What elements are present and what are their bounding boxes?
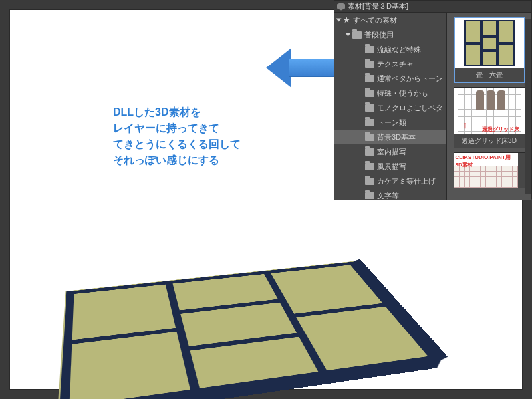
- tree-item[interactable]: 通常ベタからトーン: [334, 71, 446, 86]
- tatami-thumb-icon: [466, 21, 513, 65]
- tree-label: カケアミ等仕上げ: [377, 176, 436, 186]
- tree-label: 文字等: [377, 191, 399, 201]
- tree-group[interactable]: 普段使用: [334, 27, 446, 42]
- tree-item-selected[interactable]: 背景3D基本: [334, 130, 446, 144]
- folder-icon: [352, 31, 362, 39]
- tree-label: 通常ベタからトーン: [377, 74, 443, 84]
- star-icon: ★: [343, 15, 350, 25]
- tree-item[interactable]: カケアミ等仕上げ: [334, 174, 446, 188]
- material-thumb-tatami[interactable]: 畳 六畳: [454, 17, 525, 83]
- tree-label: 普段使用: [364, 30, 394, 40]
- folder-icon: [365, 178, 374, 185]
- material-thumb-csp[interactable]: CLIP.STUDIO.PAINT用 3D素材: [454, 152, 525, 188]
- tree-item[interactable]: 特殊・使うかも: [334, 86, 446, 100]
- tree-item[interactable]: トーン類: [334, 115, 446, 130]
- tree-label: 背景3D基本: [377, 132, 416, 142]
- folder-icon: [365, 61, 374, 68]
- expand-icon: [336, 19, 342, 22]
- folder-icon: [365, 90, 374, 97]
- folder-icon: [365, 148, 374, 156]
- folder-icon: [365, 192, 374, 200]
- tree-label: モノクロよごしベタ: [377, 103, 443, 113]
- thumbnail-column: 畳 六畳 ↑ 透過グリッド床 透過グリッド床3D CLIP.STUDIO.PAI…: [446, 13, 531, 200]
- tree-item[interactable]: 流線など特殊: [334, 42, 446, 57]
- material-tree: ★ すべての素材 普段使用 流線など特殊 テクスチャ 通常ベタからトーン 特殊・…: [334, 13, 446, 200]
- gridfloor-thumb-icon: ↑ 透過グリッド床: [458, 88, 521, 134]
- folder-icon: [365, 75, 374, 82]
- folder-icon: [365, 104, 374, 112]
- panel-title: 素材[背景３D基本]: [348, 1, 408, 11]
- instruction-annotation: DLLした3D素材を レイヤーに持ってきて てきとうにくるくる回して それっぽい…: [113, 104, 241, 168]
- tree-item[interactable]: 風景描写: [334, 159, 446, 174]
- tree-item[interactable]: テクスチャ: [334, 57, 446, 71]
- tree-label: 風景描写: [377, 162, 406, 172]
- thumbnail-scrollbar[interactable]: [525, 13, 531, 200]
- tree-root[interactable]: ★ すべての素材: [334, 13, 446, 27]
- material-icon: [337, 3, 345, 11]
- thumb-label: 透過グリッド床3D: [454, 134, 525, 148]
- folder-icon: [365, 119, 374, 126]
- scroll-up-button[interactable]: [525, 13, 531, 19]
- material-panel: 素材[背景３D基本] ★ すべての素材 普段使用 流線など特殊 テクスチャ 通常…: [334, 0, 532, 200]
- thumb-label: 畳 六畳: [455, 68, 524, 82]
- tatami-3d-object[interactable]: [70, 209, 482, 399]
- expand-icon: [346, 33, 351, 37]
- scroll-down-button[interactable]: [525, 194, 531, 200]
- tree-label: 室内描写: [377, 147, 406, 157]
- folder-icon: [365, 134, 374, 141]
- material-thumb-gridfloor[interactable]: ↑ 透過グリッド床 透過グリッド床3D: [454, 87, 525, 148]
- shoji-thumb-icon: [454, 166, 518, 188]
- tree-label: すべての素材: [353, 15, 397, 25]
- tree-label: テクスチャ: [377, 59, 414, 69]
- tree-item[interactable]: モノクロよごしベタ: [334, 100, 446, 115]
- thumb-overlay-label: CLIP.STUDIO.PAINT用 3D素材: [454, 153, 518, 166]
- panel-header[interactable]: 素材[背景３D基本]: [334, 1, 531, 13]
- folder-icon: [365, 163, 374, 170]
- tree-label: 流線など特殊: [377, 45, 421, 55]
- arrow-annotation: [269, 48, 342, 88]
- tree-item[interactable]: 室内描写: [334, 144, 446, 159]
- folder-icon: [365, 46, 374, 53]
- tree-item[interactable]: 文字等: [334, 188, 446, 200]
- tree-label: 特殊・使うかも: [377, 88, 428, 98]
- tree-label: トーン類: [377, 118, 406, 128]
